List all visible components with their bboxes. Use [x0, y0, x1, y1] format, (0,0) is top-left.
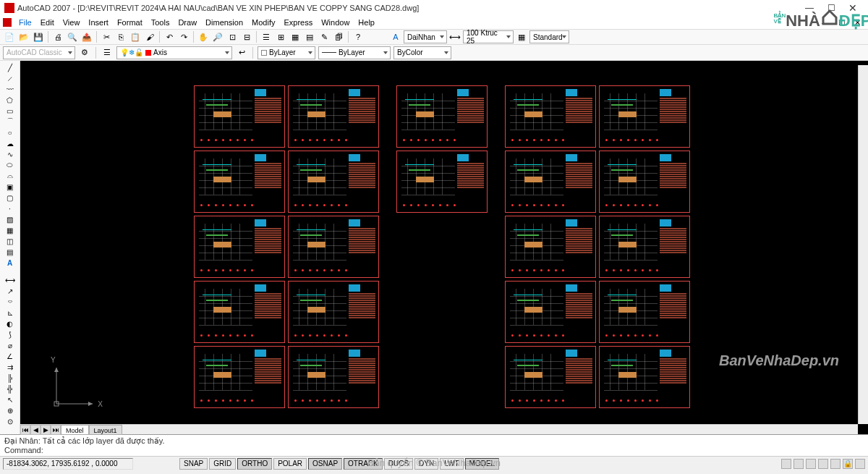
layer-combo[interactable]: 💡❄🔓 Axis — [116, 46, 232, 59]
copy-icon[interactable]: ⎘ — [114, 30, 127, 43]
xline-icon[interactable]: ⟋ — [5, 73, 15, 83]
tray-icon[interactable] — [855, 459, 865, 469]
tab-last[interactable]: ⏭ — [51, 425, 61, 435]
tablestyle-icon[interactable]: ▦ — [515, 30, 528, 43]
paste-icon[interactable]: 📋 — [129, 30, 142, 43]
line-icon[interactable]: ╱ — [5, 62, 15, 72]
dim-jog-icon[interactable]: ⟆ — [5, 329, 15, 339]
tray-icon[interactable] — [793, 459, 804, 469]
block-icon[interactable]: ▣ — [5, 182, 15, 192]
color-combo[interactable]: ByLayer — [258, 46, 315, 59]
help-icon[interactable]: ? — [352, 30, 365, 43]
status-polar[interactable]: POLAR — [273, 458, 307, 470]
status-grid[interactable]: GRID — [209, 458, 236, 470]
status-snap[interactable]: SNAP — [179, 458, 208, 470]
point-icon[interactable]: · — [5, 203, 15, 213]
pline-icon[interactable]: 〰 — [5, 84, 15, 94]
table-icon[interactable]: ▤ — [5, 247, 15, 257]
zoom-prev-icon[interactable]: ⊟ — [240, 30, 253, 43]
preview-icon[interactable]: 🔍 — [66, 30, 79, 43]
workspace-combo[interactable]: AutoCAD Classic — [3, 46, 75, 59]
gradient-icon[interactable]: ▦ — [5, 225, 15, 235]
dim-linear-icon[interactable]: ⟷ — [5, 275, 15, 285]
print-icon[interactable]: 🖨 — [51, 30, 64, 43]
sheet-set-icon[interactable]: ▤ — [303, 30, 316, 43]
save-icon[interactable]: 💾 — [32, 30, 45, 43]
menu-window[interactable]: Window — [317, 18, 354, 27]
linetype-combo[interactable]: ByLayer — [318, 46, 391, 59]
vscroll[interactable] — [858, 65, 868, 424]
status-osnap[interactable]: OSNAP — [308, 458, 342, 470]
tray-icon[interactable] — [781, 459, 791, 469]
tolerance-icon[interactable]: ⊕ — [5, 405, 15, 415]
textstyle-combo[interactable]: DaiNhan — [404, 30, 447, 43]
undo-icon[interactable]: ↶ — [163, 30, 176, 43]
zoom-win-icon[interactable]: ⊡ — [226, 30, 239, 43]
calc-icon[interactable]: 🗐 — [332, 30, 345, 43]
status-ortho[interactable]: ORTHO — [237, 458, 272, 470]
properties-icon[interactable]: ☰ — [260, 30, 273, 43]
tray-icon[interactable] — [830, 459, 841, 469]
dimstyle-combo[interactable]: 100 Ktruc 25 — [463, 30, 514, 43]
tray-lock-icon[interactable]: 🔒 — [843, 459, 853, 469]
tab-next[interactable]: ▶ — [41, 425, 51, 435]
canvas-area[interactable]: X Y BanVeNhaDep.vn ⏮ ◀ ▶ ⏭ Model Layout1 — [20, 61, 868, 434]
menu-file[interactable]: File — [14, 18, 36, 27]
dim-ang-icon[interactable]: ∠ — [5, 351, 15, 361]
ellipse-icon[interactable]: ⬭ — [5, 160, 15, 170]
circle-icon[interactable]: ○ — [5, 127, 15, 137]
cut-icon[interactable]: ✂ — [100, 30, 113, 43]
polygon-icon[interactable]: ⬠ — [5, 95, 15, 105]
redo-icon[interactable]: ↷ — [177, 30, 190, 43]
menu-dimension[interactable]: Dimension — [201, 18, 247, 27]
arc-icon[interactable]: ⌒ — [5, 117, 15, 127]
menu-help[interactable]: Help — [354, 18, 379, 27]
menu-express[interactable]: Express — [279, 18, 317, 27]
dim-arc-icon[interactable]: ⌔ — [5, 297, 15, 307]
model-space[interactable]: X Y BanVeNhaDep.vn — [20, 61, 868, 434]
design-center-icon[interactable]: ⊞ — [274, 30, 287, 43]
open-icon[interactable]: 📂 — [17, 30, 30, 43]
tray-icon[interactable] — [818, 459, 828, 469]
tool-palette-icon[interactable]: ▦ — [289, 30, 302, 43]
region-icon[interactable]: ◫ — [5, 236, 15, 246]
workspace-settings-icon[interactable]: ⚙ — [78, 46, 91, 59]
coords-display[interactable]: -81834.3062, 17935.6192 , 0.0000 — [3, 458, 133, 470]
menu-edit[interactable]: Edit — [36, 18, 59, 27]
match-icon[interactable]: 🖌 — [143, 30, 156, 43]
layer-manager-icon[interactable]: ☰ — [101, 46, 114, 59]
centermark-icon[interactable]: ⊙ — [5, 416, 15, 426]
tab-first[interactable]: ⏮ — [20, 425, 30, 435]
spline-icon[interactable]: ∿ — [5, 149, 15, 159]
tab-model[interactable]: Model — [61, 425, 89, 435]
leader-icon[interactable]: ↖ — [5, 394, 15, 405]
dimstyle-icon[interactable]: ⟷ — [448, 30, 461, 43]
tab-layout1[interactable]: Layout1 — [89, 425, 122, 435]
dim-aligned-icon[interactable]: ↗ — [5, 286, 15, 296]
tablestyle-combo[interactable]: Standard — [529, 30, 569, 43]
new-icon[interactable]: 📄 — [3, 30, 16, 43]
hatch-icon[interactable]: ▨ — [5, 214, 15, 224]
make-block-icon[interactable]: ▢ — [5, 192, 15, 203]
menu-tools[interactable]: Tools — [147, 18, 174, 27]
menu-modify[interactable]: Modify — [247, 18, 279, 27]
dim-cont-icon[interactable]: ╬ — [5, 384, 15, 394]
layer-prev-icon[interactable]: ↩ — [235, 46, 248, 59]
markup-icon[interactable]: ✎ — [318, 30, 331, 43]
tray-icon[interactable] — [806, 459, 816, 469]
revcloud-icon[interactable]: ☁ — [5, 138, 15, 148]
menu-view[interactable]: View — [59, 18, 85, 27]
menu-draw[interactable]: Draw — [174, 18, 201, 27]
lineweight-combo[interactable]: ByColor — [393, 46, 451, 59]
dim-ord-icon[interactable]: ⊾ — [5, 308, 15, 318]
mtext-icon[interactable]: A — [5, 258, 15, 268]
textstyle-icon[interactable]: A — [389, 30, 402, 43]
menu-format[interactable]: Format — [113, 18, 147, 27]
rect-icon[interactable]: ▭ — [5, 106, 15, 116]
dim-quick-icon[interactable]: ⇉ — [5, 362, 15, 372]
tab-prev[interactable]: ◀ — [30, 425, 41, 435]
dim-radius-icon[interactable]: ◐ — [5, 318, 15, 329]
command-line[interactable]: Đại Nhân: Tất cả các lớp layer đã được t… — [0, 434, 868, 456]
pan-icon[interactable]: ✋ — [197, 30, 210, 43]
publish-icon[interactable]: 📤 — [80, 30, 93, 43]
